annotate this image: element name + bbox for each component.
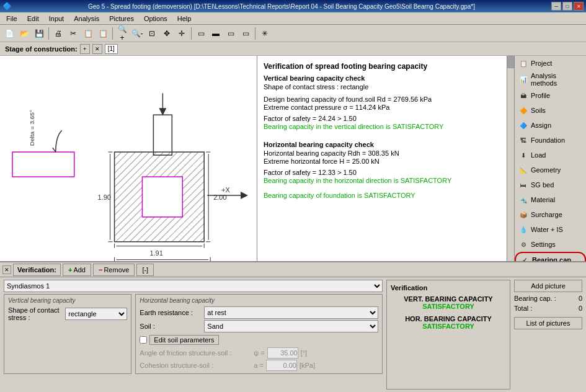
verification-title: Verification [391, 284, 506, 292]
edit-soil-params-label: Edit soil parameters [149, 335, 218, 345]
toolbar-save[interactable]: 💾 [32, 27, 46, 40]
load-icon: ⬇ [518, 150, 528, 160]
menu-input[interactable]: Input [44, 14, 69, 24]
stage-remove-button[interactable]: ✕ [92, 44, 102, 54]
right-panel-surcharge[interactable]: 📦 Surcharge [515, 207, 586, 222]
vertical-capacity-section: Vertical bearing capacity Shape of conta… [4, 294, 131, 374]
profile-label: Profile [531, 92, 550, 99]
vert-satisfactory: SATISFACTORY [391, 303, 506, 310]
edit-soil-params-checkbox[interactable] [140, 336, 147, 344]
cohesion-input[interactable] [266, 360, 297, 371]
right-panel-geometry[interactable]: 📐 Geometry [515, 163, 586, 177]
toolbar-zoom-in[interactable]: 🔍+ [115, 27, 129, 40]
right-panel-foundation[interactable]: 🏗 Foundation [515, 133, 586, 148]
svg-text:+X: +X [221, 186, 230, 194]
svg-line-6 [53, 148, 56, 152]
menu-edit[interactable]: Edit [22, 14, 44, 24]
total-count-row: Total : 0 [514, 305, 582, 312]
close-button[interactable]: ✕ [574, 2, 584, 11]
foundation-label: Foundation [531, 136, 565, 144]
material-icon: 🔩 [518, 195, 528, 205]
bearing-cap-count-value: 0 [579, 295, 582, 302]
right-panel-water-is[interactable]: 💧 Water + IS [515, 222, 586, 237]
tab-bracket[interactable]: [-] [136, 264, 154, 276]
minimize-button[interactable]: ─ [551, 2, 561, 11]
toolbar-new[interactable]: 📄 [2, 27, 16, 40]
toolbar-btn4[interactable]: 🖨 [51, 27, 65, 40]
maximize-button[interactable]: □ [562, 2, 572, 11]
right-panel-profile[interactable]: 🏔 Profile [515, 88, 586, 103]
vert-bearing-cap-label: VERT. BEARING CAPACITY [391, 295, 506, 303]
toolbar-draw2[interactable]: ▬ [209, 27, 223, 40]
tab-remove-label: Remove [104, 266, 129, 274]
project-icon: 📋 [518, 58, 528, 68]
syndiasmos-select[interactable]: Syndiasmos 1 [4, 280, 383, 292]
toolbar-draw4[interactable]: ▭ [239, 27, 252, 40]
toolbar-draw1[interactable]: ▭ [194, 27, 208, 40]
menu-pictures[interactable]: Pictures [104, 14, 139, 24]
toolbar-zoom-out[interactable]: 🔍- [130, 27, 144, 40]
right-panel-load[interactable]: ⬇ Load [515, 148, 586, 163]
sg-bed-icon: 🛏 [518, 180, 528, 190]
toolbar-cross[interactable]: ✛ [175, 27, 189, 40]
menu-options[interactable]: Options [139, 14, 172, 24]
app-icon: 🔷 [2, 2, 12, 11]
toolbar-btn7[interactable]: 📋 [96, 27, 110, 40]
menu-analysis[interactable]: Analysis [69, 14, 104, 24]
shape-select[interactable]: rectangle [65, 308, 127, 320]
profile-icon: 🏔 [518, 91, 528, 100]
svg-text:2.00: 2.00 [213, 194, 226, 201]
hor-satisfactory: SATISFACTORY [391, 323, 506, 330]
tab-verification[interactable]: Verification: [13, 264, 61, 276]
toolbar-open[interactable]: 📂 [17, 27, 31, 40]
right-panel-soils[interactable]: 🔶 Soils [515, 103, 586, 118]
scrollbar-thumb[interactable] [507, 56, 515, 68]
settings-label: Settings [531, 241, 556, 248]
form-area: Syndiasmos 1 Vertical bearing capacity S… [4, 280, 383, 390]
toolbar-pan[interactable]: ✥ [160, 27, 174, 40]
toolbar-star[interactable]: ✳ [258, 27, 272, 40]
horizontal-capacity-line: Horizontal bearing capacity Rdh = 308.35… [264, 149, 504, 157]
title-text: Geo 5 - Spread footing (demoversion) [D:… [12, 3, 551, 10]
svg-text:1.90: 1.90 [98, 194, 111, 201]
menu-file[interactable]: File [1, 14, 22, 24]
stage-add-button[interactable]: + [80, 44, 90, 54]
tab-verification-label: Verification: [17, 266, 56, 274]
analysis-methods-label: Analysis methods [531, 72, 582, 87]
toolbar-btn5[interactable]: ✂ [66, 27, 80, 40]
soil-label: Soil : [140, 323, 202, 330]
soil-select[interactable]: Sand [204, 320, 378, 332]
toolbar-draw3[interactable]: ▭ [224, 27, 238, 40]
shape-label: Shape of contact stress : rectangle [264, 83, 504, 91]
tab-remove[interactable]: − Remove [93, 264, 135, 276]
bearing-cap-count-row: Bearing cap. : 0 [514, 295, 582, 302]
title-controls: ─ □ ✕ [551, 2, 584, 11]
right-panel-assign[interactable]: 🔷 Assign [515, 118, 586, 133]
toolbar-btn6[interactable]: 📋 [81, 27, 95, 40]
analysis-methods-icon: 📊 [518, 74, 528, 84]
svg-rect-4 [153, 115, 172, 155]
stage-label: Stage of construction: [5, 45, 78, 53]
earth-resistance-select[interactable]: at rest [204, 306, 378, 319]
menu-help[interactable]: Help [172, 14, 197, 24]
project-label: Project [531, 60, 552, 67]
angle-symbol: ψ = [254, 349, 264, 357]
satisfactory-2: Bearing capacity in the horizontal direc… [264, 177, 504, 184]
add-picture-button[interactable]: Add picture [514, 280, 582, 292]
right-panel-project[interactable]: 📋 Project [515, 56, 586, 71]
surcharge-label: Surcharge [531, 211, 562, 218]
far-right-area: Add picture Bearing cap. : 0 Total : 0 L… [514, 280, 582, 390]
list-pictures-button[interactable]: List of pictures [514, 317, 582, 329]
tab-add[interactable]: + Add [63, 264, 91, 276]
horizontal-section-title: Horizontal bearing capacity [140, 297, 378, 304]
foundation-result: Bearing capacity of foundation is SATISF… [264, 192, 504, 199]
right-panel-analysis-methods[interactable]: 📊 Analysis methods [515, 71, 586, 88]
shape-select-wrapper: rectangle [65, 308, 127, 320]
right-panel-material[interactable]: 🔩 Material [515, 192, 586, 207]
angle-input[interactable] [267, 347, 298, 359]
right-panel-settings[interactable]: ⚙ Settings [515, 237, 586, 252]
toolbar-zoom-all[interactable]: ⊡ [145, 27, 159, 40]
right-panel-sg-bed[interactable]: 🛏 SG bed [515, 177, 586, 192]
close-panel-button[interactable]: ✕ [2, 265, 11, 274]
shape-label-bottom: Shape of contact stress : [8, 306, 63, 321]
